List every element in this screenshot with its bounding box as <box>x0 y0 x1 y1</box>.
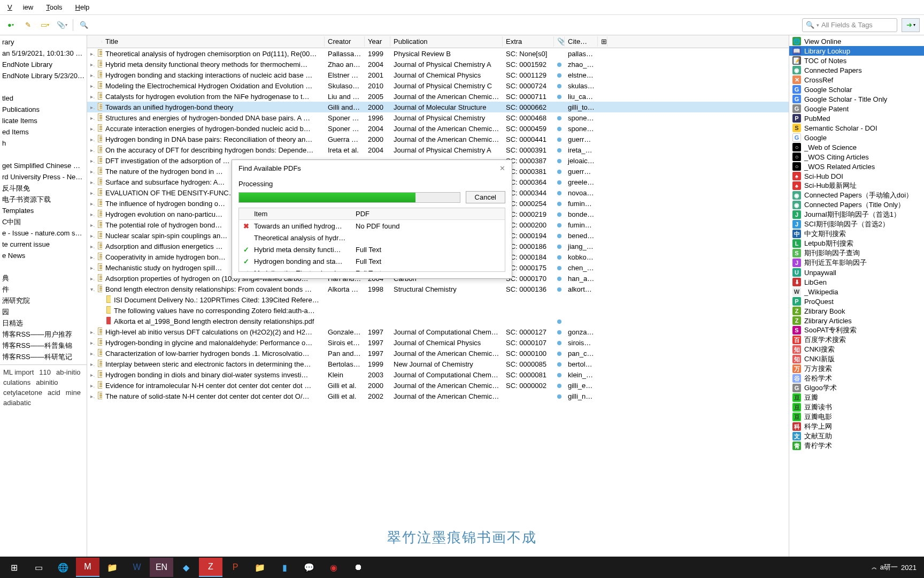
item-row[interactable]: ▸Evidence for intramolecular N-H center … <box>87 380 789 391</box>
locate-item[interactable]: 中中文期刊搜索 <box>789 229 924 239</box>
col-title[interactable]: Title <box>102 36 325 47</box>
menu-tools[interactable]: Tools <box>41 2 67 12</box>
locate-item[interactable]: ♠Sci-Hub DOI <box>789 171 924 181</box>
close-icon[interactable]: ✕ <box>499 164 505 172</box>
netease-icon[interactable]: ◉ <box>322 558 345 577</box>
child-item[interactable]: The following values have no correspondi… <box>87 305 789 316</box>
locate-item[interactable]: ◉Connected Papers（手动输入doi） <box>789 191 924 200</box>
chrome-icon[interactable]: 🌐 <box>51 558 75 577</box>
attach-button[interactable]: 📎▾ <box>56 19 68 32</box>
tag-filter[interactable]: ML import110ab-initioculationsabinitioce… <box>0 364 87 410</box>
locate-item[interactable]: 📝TOC of Notes <box>789 56 924 65</box>
locate-item[interactable]: ♠Sci-Hub最新网址 <box>789 181 924 191</box>
collection-item[interactable]: e - Issue - nature.com s… <box>0 227 87 239</box>
locate-item[interactable]: GGoogle <box>789 133 924 142</box>
powerpoint-icon[interactable]: P <box>224 558 247 577</box>
taskbar[interactable]: ⊞ ▭ 🌐 M 📁 W EN ◆ Z P 📁 ▮ 💬 ◉ ⏺ ︽ a研一 202… <box>0 557 924 578</box>
locate-item[interactable]: GGoogle Scholar - Title Only <box>789 94 924 104</box>
tag[interactable]: ML import <box>3 368 34 376</box>
locate-item[interactable]: ○_WOS Citing Articles <box>789 152 924 162</box>
tag[interactable]: mine <box>66 389 81 397</box>
collection-item[interactable]: 博客RSS——科研笔记 <box>0 351 87 362</box>
locate-item[interactable]: JSCI期刊影响因子（首选2） <box>789 219 924 229</box>
locate-item[interactable]: 谷谷粉学术 <box>789 374 924 383</box>
locate-item[interactable]: SSooPAT专利搜索 <box>789 325 924 335</box>
collection-item[interactable]: licate Items <box>0 115 87 126</box>
collection-item[interactable]: rary <box>0 36 87 48</box>
tag[interactable]: culations <box>3 378 30 386</box>
collection-item[interactable]: Templates <box>0 205 87 216</box>
zotero-icon[interactable]: Z <box>199 558 222 577</box>
collection-item[interactable]: e News <box>0 250 87 261</box>
locate-item[interactable]: JJournal期刊影响因子（首选1） <box>789 210 924 219</box>
locate-item[interactable]: ○_WOS Related Articles <box>789 162 924 171</box>
locate-item[interactable]: 青青柠学术 <box>789 441 924 451</box>
collection-item[interactable]: C中国 <box>0 216 87 227</box>
item-row[interactable]: ▸Hydrogen-bonding in glycine and malonal… <box>87 337 789 348</box>
item-row[interactable]: ▸Hydrogen bonding in diols and binary di… <box>87 369 789 380</box>
collection-item[interactable]: tled <box>0 93 87 104</box>
locate-item[interactable]: 文文献互助 <box>789 431 924 441</box>
locate-item[interactable]: 知CNKI新版 <box>789 354 924 364</box>
locate-item[interactable]: S期刊影响因子查询 <box>789 248 924 258</box>
item-row[interactable]: ▸Theoretical analysis of hydrogen chemis… <box>87 48 789 59</box>
locate-item[interactable]: W_Wikipedia <box>789 287 924 296</box>
collection-item[interactable]: Publications <box>0 104 87 115</box>
collection-item[interactable]: te current issue <box>0 239 87 250</box>
col-attachment[interactable]: 📎 <box>554 36 565 47</box>
cancel-button[interactable]: Cancel <box>466 191 505 203</box>
locate-item[interactable]: ZZlibrary Book <box>789 306 924 316</box>
collection-item[interactable]: get Simplified Chinese … <box>0 160 87 171</box>
record-icon[interactable]: ⏺ <box>346 558 370 577</box>
col-menu[interactable]: ⊞ <box>598 36 607 47</box>
collection-item[interactable]: 园 <box>0 306 87 317</box>
locate-item[interactable]: ○_Web of Science <box>789 142 924 152</box>
wand-button[interactable]: ✎ <box>21 19 34 32</box>
menu-view[interactable]: View <box>2 2 38 12</box>
search-button[interactable]: 🔍 <box>78 19 90 32</box>
locate-item[interactable]: ◉Connected Papers（Title Only） <box>789 200 924 210</box>
locate-item[interactable]: 百百度学术搜索 <box>789 335 924 345</box>
col-year[interactable]: Year <box>365 36 390 47</box>
menu-help[interactable]: Help <box>70 2 95 12</box>
locate-item[interactable]: J期刊近五年影响因子 <box>789 258 924 268</box>
locate-item[interactable]: ZZlibrary Articles <box>789 316 924 325</box>
locate-item[interactable]: 📖Library Lookup <box>789 46 924 56</box>
collection-item[interactable]: 电子书资源下载 <box>0 194 87 205</box>
locate-item[interactable]: 豆豆瓣电影 <box>789 412 924 422</box>
locate-item[interactable]: 豆豆瓣读书 <box>789 402 924 412</box>
locate-item[interactable]: 万万方搜索 <box>789 364 924 374</box>
wechat-icon[interactable]: 💬 <box>297 558 321 577</box>
collection-item[interactable]: 典 <box>0 272 87 284</box>
new-note-button[interactable]: ▭▾ <box>38 19 51 32</box>
tag[interactable]: ab-initio <box>56 368 81 376</box>
collection-item[interactable] <box>0 149 87 160</box>
item-row[interactable]: ▸Characterization of low-barrier hydroge… <box>87 348 789 359</box>
item-row[interactable]: ▸Hydrogen bonding in DNA base pairs: Rec… <box>87 134 789 144</box>
locate-item[interactable]: GGoogle Patent <box>789 104 924 113</box>
locate-menu[interactable]: 🌐View Online📖Library Lookup📝TOC of Notes… <box>789 35 924 562</box>
tag[interactable]: cetylacetone <box>3 389 42 397</box>
collection-item[interactable]: 博客RSS——用户推荐 <box>0 329 87 340</box>
locate-item[interactable]: GGoogle Scholar <box>789 85 924 94</box>
item-row[interactable]: ▸Hydrogen bonding and stacking interacti… <box>87 70 789 80</box>
locate-item[interactable]: PProQuest <box>789 296 924 306</box>
item-row[interactable]: ▸Hybrid meta density functional theory m… <box>87 59 789 70</box>
item-row[interactable]: ▸Accurate interaction energies of hydrog… <box>87 123 789 134</box>
collection-item[interactable]: 件 <box>0 284 87 295</box>
collection-item[interactable]: EndNote Library 5/23/20… <box>0 70 87 81</box>
app2-icon[interactable]: ▮ <box>273 558 296 577</box>
item-row[interactable]: ▾Bond length electron density relationsh… <box>87 284 789 294</box>
locate-item[interactable]: 科科学上网 <box>789 422 924 431</box>
locate-item[interactable]: ✕CrossRef <box>789 75 924 85</box>
collection-item[interactable]: 洲研究院 <box>0 295 87 306</box>
search-input[interactable]: 🔍 ▾ All Fields & Tags <box>802 18 897 32</box>
col-publication[interactable]: Publication <box>390 36 503 47</box>
collections-pane[interactable]: raryan 5/19/2021, 10:01:30 …EndNote Libr… <box>0 35 87 562</box>
item-row[interactable]: ▸Structures and energies of hydrogen-bon… <box>87 112 789 123</box>
items-pane[interactable]: Title Creator Year Publication Extra 📎 C… <box>87 35 789 562</box>
item-row[interactable]: ▸Modeling the Electrochemical Hydrogen O… <box>87 80 789 91</box>
locate-item[interactable]: PPubMed <box>789 113 924 123</box>
tag[interactable]: 110 <box>39 368 51 376</box>
collection-item[interactable]: 日精选 <box>0 317 87 329</box>
